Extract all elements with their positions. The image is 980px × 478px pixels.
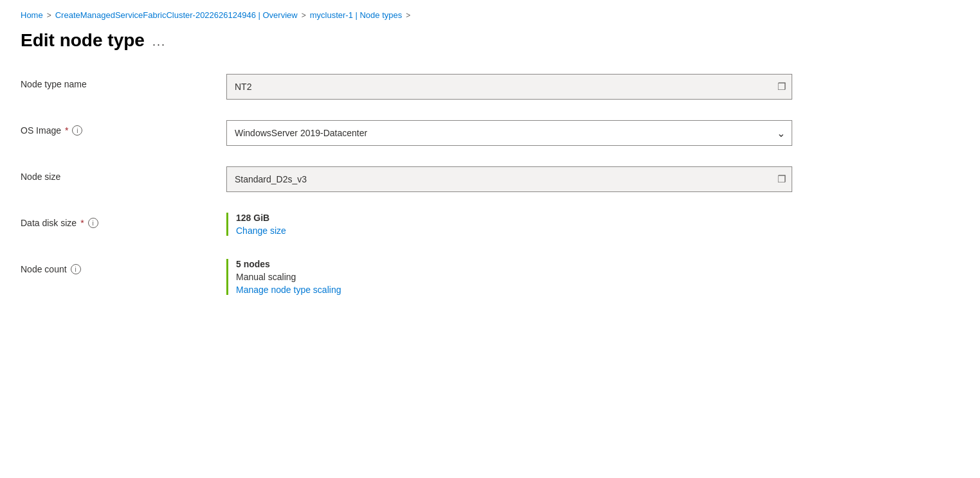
data-disk-size-value-bar: 128 GiB Change size [226,213,792,236]
node-type-name-input-wrapper: NT2 ❐ [226,74,792,100]
os-image-chevron-icon: ⌄ [777,127,785,139]
breadcrumb-node-types[interactable]: mycluster-1 | Node types [310,10,403,20]
change-size-link[interactable]: Change size [236,226,792,236]
breadcrumb-sep-3: > [406,11,410,20]
breadcrumb: Home > CreateManagedServiceFabricCluster… [21,10,959,20]
node-type-name-control: NT2 ❐ [226,74,792,100]
node-count-row: Node count i 5 nodes Manual scaling Mana… [21,259,792,295]
manage-node-scaling-link[interactable]: Manage node type scaling [236,285,792,295]
breadcrumb-home[interactable]: Home [21,10,43,20]
page-title-row: Edit node type ... [21,30,959,51]
os-image-required: * [65,125,68,136]
node-type-name-input: NT2 [226,74,792,100]
node-count-control: 5 nodes Manual scaling Manage node type … [226,259,792,295]
data-disk-size-control: 128 GiB Change size [226,213,792,236]
data-disk-size-row: Data disk size * i 128 GiB Change size [21,213,792,238]
node-size-copy-icon[interactable]: ❐ [777,173,786,185]
node-count-value-bar: 5 nodes Manual scaling Manage node type … [226,259,792,295]
data-disk-size-info-icon[interactable]: i [88,218,98,228]
breadcrumb-cluster-overview[interactable]: CreateManagedServiceFabricCluster-202262… [55,10,298,20]
breadcrumb-sep-2: > [302,11,306,20]
node-size-row: Node size Standard_D2s_v3 ❐ [21,166,792,192]
node-size-input-wrapper: Standard_D2s_v3 ❐ [226,166,792,192]
os-image-control: WindowsServer 2019-Datacenter ⌄ [226,120,792,146]
page-title: Edit node type [21,30,145,51]
os-image-label: OS Image * i [21,120,226,136]
node-size-input: Standard_D2s_v3 [226,166,792,192]
node-type-name-copy-icon[interactable]: ❐ [777,81,786,93]
ellipsis-menu-button[interactable]: ... [152,35,166,49]
node-type-name-label: Node type name [21,74,226,89]
node-size-control: Standard_D2s_v3 ❐ [226,166,792,192]
node-type-name-row: Node type name NT2 ❐ [21,74,792,100]
os-image-dropdown[interactable]: WindowsServer 2019-Datacenter ⌄ [226,120,792,146]
os-image-row: OS Image * i WindowsServer 2019-Datacent… [21,120,792,146]
breadcrumb-sep-1: > [47,11,51,20]
data-disk-size-required: * [80,218,84,228]
os-image-info-icon[interactable]: i [72,125,82,136]
node-count-value: 5 nodes [236,259,792,269]
node-count-scaling-mode: Manual scaling [236,272,792,282]
node-count-info-icon[interactable]: i [71,264,81,274]
node-size-label: Node size [21,166,226,182]
edit-node-type-form: Node type name NT2 ❐ OS Image * i Win [21,74,792,295]
node-count-label: Node count i [21,259,226,274]
data-disk-size-label: Data disk size * i [21,213,226,228]
data-disk-size-value: 128 GiB [236,213,792,223]
